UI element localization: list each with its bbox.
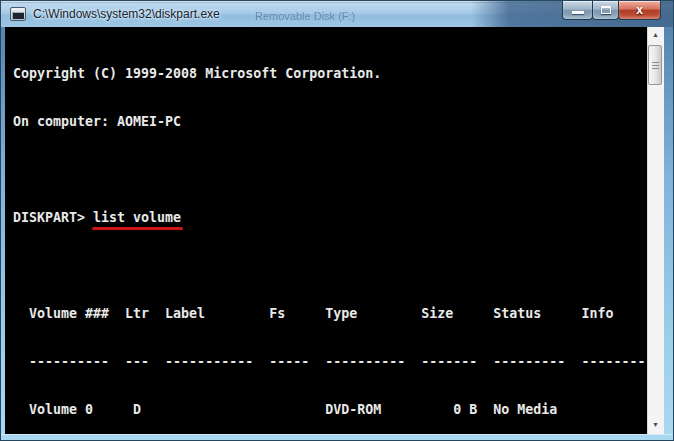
scroll-down-icon[interactable]: ▼: [647, 417, 664, 433]
maximize-icon: [601, 6, 611, 14]
close-icon: x: [619, 3, 660, 17]
command-line-list: DISKPART> list volume: [13, 210, 647, 226]
command-list-volume: list volume: [93, 210, 181, 225]
title-bar[interactable]: Removable Disk (F:) C:\Windows\system32\…: [1, 1, 673, 27]
terminal-output[interactable]: Copyright (C) 1999-2008 Microsoft Corpor…: [5, 27, 647, 434]
scroll-up-icon[interactable]: ▲: [647, 27, 664, 43]
background-window-ghost-text: Removable Disk (F:): [255, 10, 355, 22]
console-icon[interactable]: [10, 7, 26, 21]
computer-line: On computer: AOMEI-PC: [13, 114, 647, 130]
frame-highlight: [1, 434, 673, 435]
vertical-scrollbar[interactable]: ▲ ▼: [647, 27, 664, 434]
close-button[interactable]: x: [618, 1, 661, 20]
copyright-line: Copyright (C) 1999-2008 Microsoft Corpor…: [13, 66, 647, 82]
minimize-button[interactable]: [562, 1, 593, 20]
maximize-button[interactable]: [592, 1, 619, 20]
window-title: C:\Windows\system32\diskpart.exe: [33, 7, 220, 21]
prompt-label: DISKPART>: [13, 210, 93, 225]
volume-table-header: Volume ### Ltr Label Fs Type Size Status…: [13, 306, 647, 322]
minimize-icon: [572, 11, 584, 14]
diskpart-window: Removable Disk (F:) C:\Windows\system32\…: [0, 0, 674, 441]
scrollbar-grip: [652, 62, 659, 70]
volume-table-divider: ---------- --- ----------- ----- -------…: [13, 354, 647, 370]
window-controls: x: [563, 1, 661, 20]
scrollbar-thumb[interactable]: [648, 45, 662, 85]
table-row-volume-0: Volume 0 D DVD-ROM 0 B No Media: [13, 402, 647, 418]
